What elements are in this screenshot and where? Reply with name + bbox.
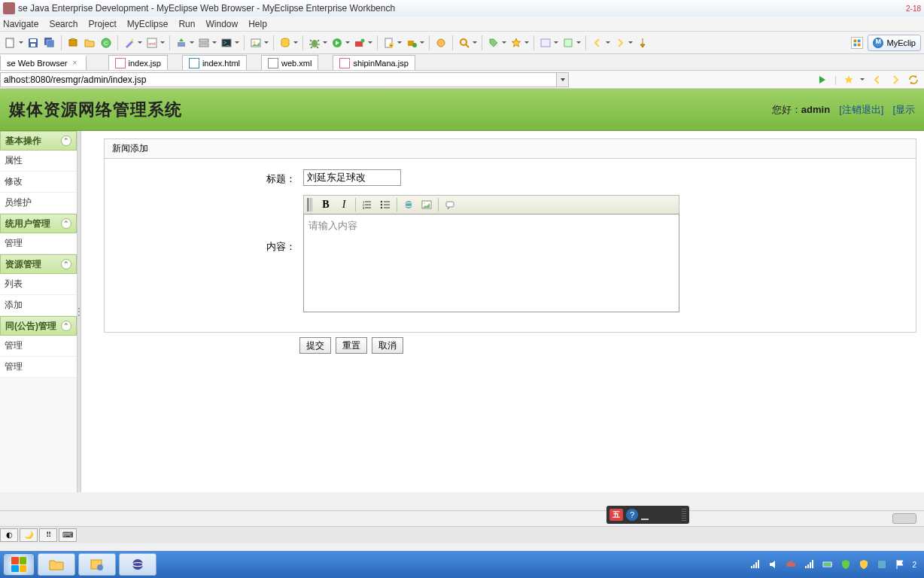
ime-btn-1[interactable]: ◐ — [0, 528, 18, 542]
task-tools[interactable] — [78, 553, 116, 576]
content-textarea[interactable]: 请输入内容 — [303, 214, 679, 312]
title-input[interactable] — [303, 169, 401, 186]
tab-index-html[interactable]: index.html — [182, 55, 247, 70]
italic-button[interactable]: I — [336, 197, 352, 212]
deploy-icon[interactable] — [174, 35, 189, 50]
tag-dropdown[interactable] — [501, 35, 507, 50]
xml-icon[interactable]: xml — [144, 35, 160, 50]
image-icon[interactable] — [248, 35, 263, 50]
pin-icon[interactable] — [635, 35, 650, 50]
browser-fwd-icon[interactable] — [889, 74, 901, 86]
ime-handle[interactable] — [682, 509, 686, 521]
star-icon[interactable] — [509, 35, 524, 50]
ime-help-icon[interactable]: ? — [626, 509, 638, 521]
debug-icon[interactable] — [307, 35, 322, 50]
tray-flag-icon[interactable] — [894, 558, 906, 570]
tab-shipin-mana[interactable]: shipinMana.jsp — [333, 55, 415, 70]
ime-btn-3[interactable]: ⠿ — [39, 528, 57, 542]
bold-button[interactable]: B — [318, 197, 334, 212]
cmd-icon[interactable] — [538, 35, 553, 50]
image-button[interactable] — [418, 197, 435, 212]
collapse-icon[interactable]: ⌃ — [61, 259, 71, 269]
tab-index-jsp[interactable]: index.jsp — [108, 55, 168, 70]
new-java-icon[interactable]: + — [381, 35, 397, 50]
sidebar-item[interactable]: 修改 — [0, 172, 77, 193]
menu-project[interactable]: Project — [88, 19, 116, 29]
show-link[interactable]: [显示 — [892, 103, 915, 117]
open-perspective-icon[interactable] — [851, 37, 863, 49]
perspective-button[interactable]: MyEclip — [868, 35, 921, 51]
database-icon[interactable] — [278, 35, 293, 50]
nav-fwd-dropdown[interactable] — [628, 35, 634, 50]
new-dropdown[interactable] — [18, 35, 24, 50]
nav-fwd-icon[interactable] — [612, 35, 628, 50]
save-all-icon[interactable] — [42, 35, 57, 50]
ime-btn-2[interactable]: 🌙 — [20, 528, 38, 542]
tray-cloud-icon[interactable] — [786, 558, 798, 570]
link-button[interactable] — [400, 197, 417, 212]
nav-back-icon[interactable] — [590, 35, 605, 50]
sidebar-head-resource[interactable]: 资源管理⌃ — [0, 254, 77, 274]
debug-dropdown[interactable] — [322, 35, 328, 50]
new-package-dropdown[interactable] — [419, 35, 425, 50]
menu-search[interactable]: Search — [49, 19, 78, 29]
server-icon[interactable] — [196, 35, 211, 50]
tray-battery-icon[interactable] — [822, 558, 834, 570]
sidebar-item[interactable]: 列表 — [0, 274, 77, 295]
url-dropdown[interactable] — [557, 72, 569, 87]
wand-dropdown[interactable] — [137, 35, 143, 50]
refresh-icon[interactable] — [907, 74, 919, 86]
server-dropdown[interactable] — [211, 35, 217, 50]
tray-av-icon[interactable] — [876, 558, 888, 570]
terminal-dropdown[interactable] — [234, 35, 240, 50]
tray-sound-icon[interactable] — [767, 558, 780, 570]
sidebar-head-basic[interactable]: 基本操作⌃ — [0, 131, 77, 151]
class-icon[interactable]: C — [99, 35, 114, 50]
xml-dropdown[interactable] — [160, 35, 166, 50]
sidebar-head-user[interactable]: 统用户管理⌃ — [0, 214, 77, 233]
collapse-icon[interactable]: ⌃ — [61, 135, 71, 146]
tab-web-browser[interactable]: se Web Browser × — [0, 55, 87, 70]
tray-shield2-icon[interactable] — [858, 558, 870, 570]
menu-navigate[interactable]: Navigate — [3, 19, 38, 29]
save-icon[interactable] — [26, 35, 41, 50]
nav-back-dropdown[interactable] — [605, 35, 611, 50]
external-tools-icon[interactable] — [352, 35, 367, 50]
tray-time[interactable]: 2 — [912, 561, 916, 569]
sidebar-item[interactable]: 管理 — [0, 357, 77, 378]
another-dropdown[interactable] — [576, 35, 582, 50]
search-icon[interactable] — [457, 35, 472, 50]
star-dropdown[interactable] — [524, 35, 530, 50]
open-type-icon[interactable] — [433, 35, 448, 50]
ime-minimize-icon[interactable] — [641, 513, 649, 520]
terminal-icon[interactable]: >_ — [219, 35, 234, 50]
submit-button[interactable]: 提交 — [299, 337, 331, 354]
task-explorer[interactable] — [38, 553, 75, 576]
browser-back-icon[interactable] — [871, 74, 883, 86]
search-dropdown[interactable] — [472, 35, 478, 50]
sidebar-item[interactable]: 管理 — [0, 233, 77, 254]
reset-button[interactable]: 重置 — [336, 337, 367, 354]
go-icon[interactable] — [816, 74, 828, 86]
another-icon[interactable] — [561, 35, 576, 50]
folder-icon[interactable] — [82, 35, 97, 50]
new-java-dropdown[interactable] — [397, 35, 403, 50]
run-dropdown[interactable] — [345, 35, 351, 50]
url-input[interactable]: alhost:8080/resmgr/admin/index.jsp — [0, 72, 557, 87]
favorites-icon[interactable] — [843, 74, 855, 86]
collapse-icon[interactable]: ⌃ — [61, 321, 71, 331]
menu-myeclipse[interactable]: MyEclipse — [127, 19, 169, 29]
logout-link[interactable]: [注销退出] — [839, 103, 883, 117]
database-dropdown[interactable] — [293, 35, 299, 50]
sidebar-item[interactable]: 属性 — [0, 151, 77, 172]
sidebar-item[interactable]: 添加 — [0, 295, 77, 316]
fav-dropdown[interactable] — [859, 72, 865, 87]
package-icon[interactable] — [65, 35, 81, 50]
dialog-button[interactable] — [442, 197, 458, 212]
new-package-icon[interactable] — [404, 35, 419, 50]
tray-shield-icon[interactable] — [840, 558, 852, 570]
menu-run[interactable]: Run — [178, 19, 195, 29]
external-dropdown[interactable] — [367, 35, 373, 50]
sidebar-head-news[interactable]: 同(公告)管理⌃ — [0, 316, 77, 336]
run-icon[interactable] — [330, 35, 345, 50]
